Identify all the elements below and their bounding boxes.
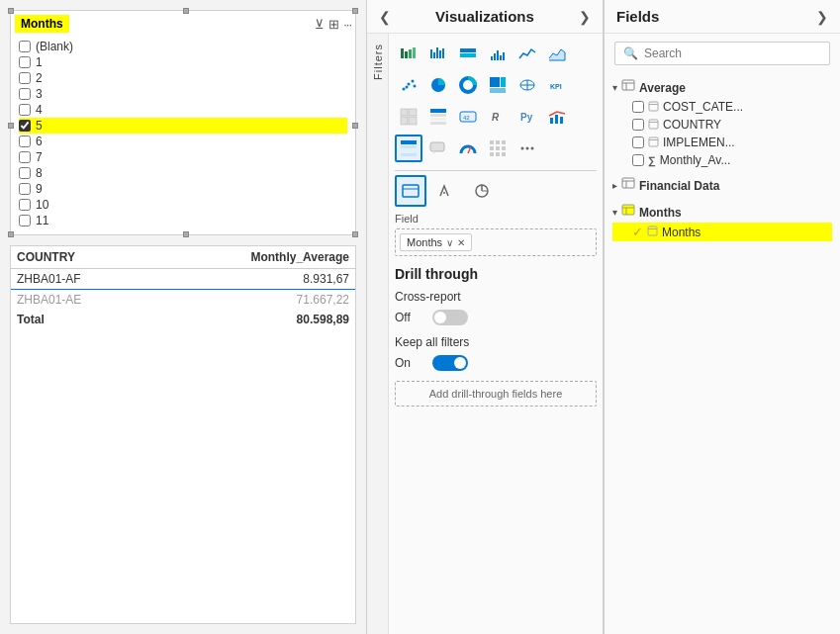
right-panel-arrow-icon[interactable]: ❯	[816, 9, 828, 25]
resize-handle-rm[interactable]	[352, 123, 358, 129]
search-input[interactable]	[644, 46, 821, 60]
filter-item[interactable]: 9	[19, 181, 347, 197]
tree-item-checkbox[interactable]	[632, 119, 644, 131]
viz-icon-card[interactable]: 42	[454, 103, 482, 131]
tree-group-label: Months	[639, 206, 682, 220]
nav-arrow-left[interactable]: ❮	[379, 9, 391, 25]
filter-item[interactable]: 10	[19, 197, 347, 213]
tree-item-field-icon: ∑	[648, 154, 656, 166]
viz-icon-table[interactable]	[424, 103, 452, 131]
tree-item[interactable]: COUNTRY	[612, 116, 832, 134]
tree-item-checkbox[interactable]	[632, 101, 644, 113]
filter-checkbox[interactable]	[19, 72, 31, 84]
resize-handle-bm[interactable]	[183, 231, 189, 237]
pill-chevron-icon[interactable]: ∨	[446, 237, 453, 248]
viz-icon-gauge[interactable]	[454, 135, 482, 162]
svg-rect-3	[413, 47, 416, 58]
viz-icon-table-active[interactable]	[395, 135, 422, 162]
filter-icon[interactable]: ⊻	[315, 17, 325, 32]
filter-checkbox[interactable]	[19, 167, 31, 179]
tree-item[interactable]: ✓Months	[612, 223, 832, 241]
svg-rect-72	[649, 102, 658, 111]
filter-checkbox[interactable]	[19, 183, 31, 195]
filter-checkbox[interactable]	[19, 120, 31, 132]
pill-close-icon[interactable]: ✕	[457, 237, 465, 248]
field-pill-months[interactable]: Months ∨ ✕	[400, 233, 472, 251]
sub-icon-format[interactable]	[430, 175, 462, 207]
viz-icon-r[interactable]: R	[484, 103, 512, 131]
viz-icon-python[interactable]: Py	[513, 103, 541, 131]
viz-icon-more[interactable]	[513, 135, 541, 162]
sub-icon-build[interactable]	[395, 175, 426, 207]
keep-filters-toggle[interactable]	[432, 355, 468, 371]
viz-icon-donut[interactable]	[454, 71, 482, 99]
viz-icon-grid[interactable]	[484, 135, 512, 162]
tree-group-header[interactable]: ▸Financial Data	[612, 175, 832, 196]
tree-group-header[interactable]: ▾Average	[612, 77, 832, 98]
fields-tree: ▾AverageCOST_CATE...COUNTRYIMPLEMEN...∑M…	[605, 73, 840, 634]
resize-handle-tr[interactable]	[352, 8, 358, 14]
viz-icon-100pct-bar[interactable]	[454, 40, 482, 67]
filter-card: Months ⊻ ⊞ ··· (Blank)1234567891011	[10, 10, 356, 235]
filter-checkbox[interactable]	[19, 88, 31, 100]
resize-handle-tm[interactable]	[183, 8, 189, 14]
filter-checkbox[interactable]	[19, 104, 31, 116]
tree-item[interactable]: COST_CATE...	[612, 98, 832, 116]
viz-icon-line[interactable]	[513, 40, 541, 67]
filter-item[interactable]: 7	[19, 149, 347, 165]
filter-item[interactable]: (Blank)	[19, 39, 347, 54]
viz-icon-line-bar[interactable]	[543, 103, 571, 131]
tree-item[interactable]: IMPLEMEN...	[612, 134, 832, 151]
filter-item[interactable]: 6	[19, 134, 347, 149]
tree-item[interactable]: ∑Monthly_Av...	[612, 151, 832, 169]
svg-rect-45	[401, 140, 417, 144]
tree-item-label: Monthly_Av...	[660, 153, 731, 167]
viz-icon-clustered-bar[interactable]	[424, 40, 452, 67]
resize-handle-lm[interactable]	[8, 123, 14, 129]
filters-label[interactable]: Filters	[372, 44, 384, 80]
add-drill-field-box[interactable]: Add drill-through fields here	[395, 381, 597, 407]
filter-item[interactable]: 8	[19, 165, 347, 181]
filter-item[interactable]: 4	[19, 102, 347, 118]
viz-icon-col-chart[interactable]	[484, 40, 512, 67]
keep-filters-toggle-label: On	[395, 356, 424, 370]
tree-item-checkbox[interactable]	[632, 154, 644, 166]
tree-item-checkbox[interactable]	[632, 136, 644, 148]
filter-checkbox[interactable]	[19, 215, 31, 226]
tree-item-label: COUNTRY	[663, 118, 721, 132]
viz-icon-pie[interactable]	[424, 71, 452, 99]
viz-icon-area[interactable]	[543, 40, 571, 67]
tree-group-header[interactable]: ▾Months	[612, 202, 832, 223]
viz-icon-stacked-bar[interactable]	[395, 40, 422, 67]
resize-handle-bl[interactable]	[8, 231, 14, 237]
viz-icon-map[interactable]	[513, 71, 541, 99]
filter-item[interactable]: 2	[19, 70, 347, 86]
nav-arrow-right[interactable]: ❯	[579, 9, 591, 25]
resize-handle-tl[interactable]	[8, 8, 14, 14]
filter-item[interactable]: 11	[19, 213, 347, 228]
expand-icon[interactable]: ⊞	[328, 17, 339, 32]
filter-checkbox[interactable]	[19, 136, 31, 147]
filter-checkbox[interactable]	[19, 41, 31, 52]
filter-item[interactable]: 5	[19, 118, 347, 134]
filter-checkbox[interactable]	[19, 56, 31, 68]
field-pill-text: Months	[407, 236, 442, 248]
cross-report-toggle[interactable]	[432, 310, 468, 325]
resize-handle-br[interactable]	[352, 231, 358, 237]
field-pill-container[interactable]: Months ∨ ✕	[395, 228, 597, 256]
viz-icon-scatter[interactable]	[395, 71, 422, 99]
svg-rect-52	[490, 140, 494, 144]
filter-item[interactable]: 3	[19, 86, 347, 102]
sub-icon-analytics[interactable]	[466, 175, 498, 207]
filter-checkbox[interactable]	[19, 199, 31, 211]
viz-icon-matrix[interactable]	[395, 103, 422, 131]
viz-icon-chat[interactable]	[424, 135, 452, 162]
more-icon[interactable]: ···	[343, 17, 351, 32]
svg-rect-10	[460, 53, 476, 57]
filter-item-label: 10	[36, 198, 48, 212]
viz-icon-kpi[interactable]: KPI	[543, 71, 571, 99]
filter-checkbox[interactable]	[19, 151, 31, 163]
table-cell-country: Total	[11, 310, 151, 329]
viz-icon-treemap[interactable]	[484, 71, 512, 99]
filter-item[interactable]: 1	[19, 54, 347, 70]
